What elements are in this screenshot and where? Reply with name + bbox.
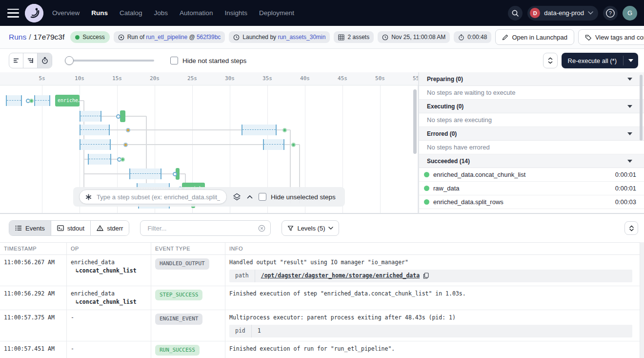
view-timed-button[interactable] [38,53,52,68]
slider-track [65,60,154,62]
reexecute-menu-button[interactable] [624,53,638,68]
search-button[interactable] [508,6,523,21]
nav-runs[interactable]: Runs [91,9,108,17]
reexecute-all-button[interactable]: Re-execute all (*) [562,53,623,68]
section-executing[interactable]: Executing (0) [419,100,644,113]
tag-duration[interactable]: 0:00:48 [454,31,491,43]
nav-jobs[interactable]: Jobs [154,9,168,17]
schedule-link[interactable]: run_assets_30min [278,34,325,41]
workspace-switcher[interactable]: D data-eng-prod [527,6,598,21]
axis-tick-label: 5s [39,75,45,82]
gantt-waiting-box[interactable] [34,95,50,106]
view-waterfall-button[interactable] [23,53,38,68]
axis-tick-label: 25s [187,75,197,82]
copy-icon[interactable] [423,273,429,279]
axis-tick-label: 55s [413,75,419,82]
flat-view-icon [12,57,20,64]
nav-deployment[interactable]: Deployment [259,9,294,17]
success-dot-icon [424,199,429,205]
tag-launched-by[interactable]: Launched by run_assets_30min [229,31,330,43]
gantt-waiting-box[interactable] [242,125,277,135]
view-tags-config-button[interactable]: View tags and config [578,29,644,45]
log-op: - [67,310,151,341]
checkbox-icon[interactable] [259,193,266,201]
hide-unselected-checkbox[interactable]: Hide unselected steps [259,193,336,201]
log-row[interactable]: 11:00:57.375 AM - ENGINE_EVENT Multiproc… [0,310,644,341]
step-subset-input[interactable] [96,193,221,201]
help-button[interactable]: ? [603,6,618,21]
dagster-logo-icon[interactable] [25,4,43,22]
log-filter-box[interactable] [140,220,271,236]
chevron-up-icon[interactable] [247,195,253,199]
gantt-waiting-box[interactable] [80,111,101,122]
steps-panel-scrollbar[interactable] [640,75,643,141]
hide-not-started-checkbox[interactable]: Hide not started steps [170,57,246,64]
storage-path-link[interactable]: /opt/dagster/dagster_home/storage/enrich… [261,272,420,280]
funnel-icon [287,225,294,232]
step-row[interactable]: raw_data 0:00:01 [419,182,644,195]
log-filter-input[interactable] [146,224,258,232]
chevron-down-icon [629,229,634,232]
tab-events[interactable]: Events [9,221,51,235]
log-table-header: TIMESTAMP OP EVENT TYPE INFO [0,242,644,255]
expand-log-panel-button[interactable] [624,221,638,235]
tag-start-time[interactable]: Nov 25, 11:00:08 AM [378,31,450,43]
pipeline-link[interactable]: run_etl_pipeline [146,34,187,41]
nav-catalog[interactable]: Catalog [120,9,142,17]
section-errored[interactable]: Errored (0) [419,127,644,141]
open-in-launchpad-button[interactable]: Open in Launchpad [495,29,574,45]
events-scroll-gutter[interactable] [640,242,644,358]
target-icon [118,34,124,41]
axis-tick-label: 35s [262,75,272,82]
gantt-zoom-slider[interactable] [65,56,154,65]
tab-stderr[interactable]: stderr [91,221,129,235]
gantt-waiting-box[interactable] [263,139,284,150]
expand-vertical-icon [548,57,553,64]
gantt-step-bar[interactable] [120,110,125,122]
tag-assets[interactable]: 2 assets [334,31,374,43]
levels-filter-button[interactable]: Levels (5) [282,220,339,236]
step-row[interactable]: enriched_data.process_chunk [1] 0:00:04 [419,209,644,213]
section-preparing[interactable]: Preparing (0) [419,72,644,86]
log-row[interactable]: 11:00:56.292 AM enriched_data ↳concat_ch… [0,286,644,311]
top-nav: Overview Runs Catalog Jobs Automation In… [0,0,644,26]
gantt-marker-dot [173,172,177,176]
log-row[interactable]: 11:00:56.267 AM enriched_data ↳concat_ch… [0,255,644,286]
nav-insights[interactable]: Insights [224,9,247,17]
hamburger-menu-icon[interactable] [7,9,19,18]
slider-knob[interactable] [65,56,74,65]
gantt-scrollbar[interactable] [413,89,417,154]
tab-stdout[interactable]: stdout [51,221,91,235]
gantt-waiting-box[interactable] [80,139,111,150]
nav-automation[interactable]: Automation [180,9,213,17]
commit-link[interactable]: 562f39bc [197,34,221,41]
expand-collapse-panels-button[interactable] [543,53,558,68]
gantt-marker-dot [116,114,121,119]
gantt-canvas[interactable]: enriche…enriche… [0,85,418,213]
gantt-success-dot [291,143,296,147]
gantt-step-bar[interactable]: enriche… [55,95,80,106]
gantt-waiting-box[interactable] [88,154,111,165]
step-row[interactable]: enriched_data.concat_chunk_list 0:00:01 [419,168,644,182]
clear-filter-icon[interactable] [258,225,265,232]
tag-run-of[interactable]: Run of run_etl_pipeline @ 562f39bc [114,31,225,43]
event-log-table: TIMESTAMP OP EVENT TYPE INFO 11:00:56.26… [0,242,644,358]
gantt-waiting-box[interactable] [80,125,110,135]
user-avatar[interactable]: G [623,6,637,21]
axis-tick-label: 30s [225,75,235,82]
view-flat-button[interactable] [9,53,23,68]
gantt-waiting-box[interactable] [6,95,22,106]
section-succeeded[interactable]: Succeeded (14) [419,154,644,168]
gantt-waiting-box[interactable] [129,168,161,179]
log-row[interactable]: 11:00:57.451 AM - RUN_SUCCESS Finished e… [0,341,644,358]
checkbox-icon[interactable] [170,57,178,64]
breadcrumb-runs-link[interactable]: Runs [9,33,26,41]
step-subset-inputbox[interactable] [79,190,227,204]
log-event-type: ENGINE_EVENT [151,310,225,341]
nav-overview[interactable]: Overview [52,9,80,17]
step-row[interactable]: enriched_data.split_rows 0:00:03 [419,195,644,209]
executing-empty-text: No steps are executing [419,113,644,127]
gantt-dependency-line [101,116,118,117]
graph-query-layers-icon[interactable] [233,193,241,201]
col-info: INFO [225,243,644,254]
